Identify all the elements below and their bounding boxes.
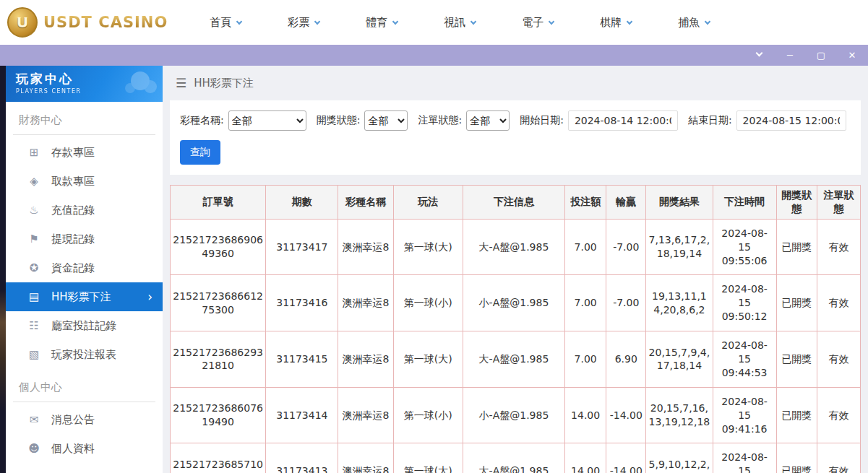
- table-cell: 5,9,10,12,2,11,4,17: [646, 443, 713, 473]
- table-cell: -14.00: [606, 443, 646, 473]
- sidebar-item-profile[interactable]: ☻個人資料: [6, 434, 163, 463]
- table-cell: 小-A盤@1.985: [463, 387, 564, 443]
- nav-item-label: 電子: [522, 16, 543, 30]
- table-row: 215217236866127530031173416澳洲幸运8第一球(小)小-…: [171, 275, 861, 331]
- chevron-down-icon: [705, 18, 710, 24]
- sidebar-item-recharge-records[interactable]: ♨充值記錄: [6, 196, 163, 225]
- chevron-down-icon: [314, 18, 320, 24]
- nav-item-label: 彩票: [288, 16, 309, 30]
- column-header: 開獎結果: [646, 186, 713, 220]
- sidebar-item-announcements[interactable]: ✉消息公告: [6, 405, 163, 434]
- sidebar-item-label: 取款專區: [51, 175, 95, 188]
- table-cell: 31173413: [266, 443, 338, 473]
- window-collapse-icon[interactable]: [753, 51, 765, 60]
- table-cell: 31173414: [266, 387, 338, 443]
- sidebar-item-label: HH彩票下注: [51, 290, 111, 304]
- sidebar-item-funds-records[interactable]: ✪資金記錄: [6, 253, 163, 282]
- table-cell: -7.00: [606, 275, 646, 331]
- start-date-label: 開始日期:: [520, 114, 564, 127]
- deposit-card-icon: ⊞: [27, 146, 40, 159]
- nav-item-label: 捕魚: [678, 16, 700, 30]
- brand-logo[interactable]: U USDT CASINO: [7, 7, 168, 38]
- table-cell: 31173416: [266, 275, 338, 331]
- table-cell: 2024-08-15 09:35:10: [713, 443, 776, 473]
- nav-item-slots[interactable]: 電子: [522, 16, 554, 30]
- sidebar-item-withdrawal-records[interactable]: ⚑提現記錄: [6, 225, 163, 253]
- table-cell: 6.90: [606, 331, 646, 388]
- sidebar-item-hh-lottery-bets[interactable]: ▤HH彩票下注›: [6, 282, 163, 311]
- end-date-input[interactable]: [736, 110, 846, 131]
- table-cell: 大-A盤@1.985: [463, 443, 564, 473]
- nav-item-lottery[interactable]: 彩票: [288, 16, 319, 30]
- lottery-type-select[interactable]: 全部: [228, 110, 306, 131]
- chevron-down-icon: [627, 18, 632, 24]
- table-cell: 2152172368661275300: [171, 275, 266, 331]
- search-button[interactable]: 查詢: [180, 140, 220, 165]
- table-cell: 31173415: [266, 331, 338, 388]
- draw-status-select[interactable]: 全部: [364, 110, 408, 131]
- table-cell: 20,15,7,9,4,17,18,14: [646, 331, 713, 388]
- main-menu: 首頁彩票體育視訊電子棋牌捕魚: [210, 16, 710, 30]
- bet-status-select[interactable]: 全部: [466, 110, 510, 131]
- table-cell: 7.00: [565, 331, 606, 388]
- page-title: HH彩票下注: [194, 77, 254, 90]
- start-date-input[interactable]: [568, 110, 678, 131]
- table-cell: 2024-08-15 09:50:12: [713, 275, 776, 331]
- nav-item-sports[interactable]: 體育: [366, 16, 398, 30]
- window-minimize-icon[interactable]: ─: [784, 51, 796, 60]
- sidebar-menu: 財務中心⊞存款專區◈取款專區♨充值記錄⚑提現記錄✪資金記錄▤HH彩票下注›☷廳室…: [6, 102, 163, 463]
- bell-icon: ✉: [27, 413, 40, 426]
- table-cell: 已開獎: [776, 275, 817, 331]
- section-label: 個人中心: [13, 369, 155, 402]
- sidebar-item-label: 廳室投註記錄: [51, 319, 116, 333]
- brand-name: USDT CASINO: [43, 14, 168, 31]
- nav-item-chess[interactable]: 棋牌: [600, 16, 632, 30]
- table-cell: 第一球(小): [393, 387, 463, 443]
- draw-status-filter: 開獎狀態: 全部: [317, 110, 408, 131]
- table-cell: 19,13,11,14,20,8,6,2: [646, 275, 713, 331]
- table-cell: 澳洲幸运8: [338, 331, 393, 388]
- sidebar-item-withdraw-area[interactable]: ◈取款專區: [6, 167, 163, 196]
- gamepad-decoration-icon: [131, 71, 150, 90]
- breadcrumb: ☰ HH彩票下注: [170, 66, 861, 100]
- table-cell: 2024-08-15 09:44:53: [713, 331, 776, 388]
- window-maximize-icon[interactable]: ▢: [815, 51, 827, 60]
- table-cell: 小-A盤@1.985: [463, 275, 564, 331]
- chevron-down-icon: [470, 18, 476, 24]
- lottery-type-filter: 彩種名稱: 全部: [180, 110, 306, 131]
- table-cell: 已開獎: [776, 219, 817, 275]
- table-cell: 澳洲幸运8: [338, 275, 393, 331]
- table-cell: 第一球(大): [393, 219, 463, 275]
- window-titlebar: ─ ▢ ✕: [0, 45, 868, 66]
- screen: U USDT CASINO 首頁彩票體育視訊電子棋牌捕魚 ─ ▢ ✕ 玩家中心 …: [0, 0, 868, 473]
- table-cell: 2152172368629321810: [171, 331, 266, 388]
- table-cell: -7.00: [606, 219, 646, 275]
- column-header: 期數: [266, 186, 338, 220]
- section-label: 財務中心: [13, 102, 155, 135]
- column-header: 開獎狀態: [776, 186, 817, 220]
- background-edge: [0, 66, 6, 473]
- bets-table-container: 訂單號期數彩種名稱玩法下注信息投注額輸贏開獎結果下注時間開獎狀態注單狀態 215…: [170, 185, 861, 473]
- sidebar-item-room-bet-records[interactable]: ☷廳室投註記錄: [6, 311, 163, 340]
- nav-item-fishing[interactable]: 捕魚: [678, 16, 710, 30]
- window-close-icon[interactable]: ✕: [846, 51, 858, 60]
- draw-status-label: 開獎狀態:: [317, 114, 361, 127]
- workspace: 玩家中心 PLAYERS CENTER 財務中心⊞存款專區◈取款專區♨充值記錄⚑…: [0, 66, 868, 473]
- filter-row: 彩種名稱: 全部 開獎狀態: 全部 注單狀態: 全: [180, 110, 852, 131]
- sidebar-item-player-bet-report[interactable]: ▧玩家投注報表: [6, 340, 163, 369]
- column-header: 輸贏: [606, 186, 646, 220]
- end-date-filter: 結束日期:: [688, 110, 846, 131]
- menu-icon[interactable]: ☰: [176, 76, 186, 90]
- sidebar-item-deposit-area[interactable]: ⊞存款專區: [6, 138, 163, 167]
- sidebar-item-label: 提現記錄: [51, 233, 95, 246]
- sidebar-item-label: 充值記錄: [51, 204, 95, 217]
- main-content: ☰ HH彩票下注 彩種名稱: 全部 開獎狀態: 全部: [163, 66, 868, 473]
- table-cell: 已開獎: [776, 331, 817, 388]
- table-cell: 2024-08-15 09:41:16: [713, 387, 776, 443]
- nav-item-home[interactable]: 首頁: [210, 16, 241, 30]
- list-icon: ▤: [27, 290, 40, 303]
- sidebar-item-label: 個人資料: [51, 442, 95, 456]
- bet-status-filter: 注單狀態: 全部: [418, 110, 510, 131]
- table-cell: 第一球(大): [393, 331, 463, 388]
- nav-item-live-video[interactable]: 視訊: [444, 16, 476, 30]
